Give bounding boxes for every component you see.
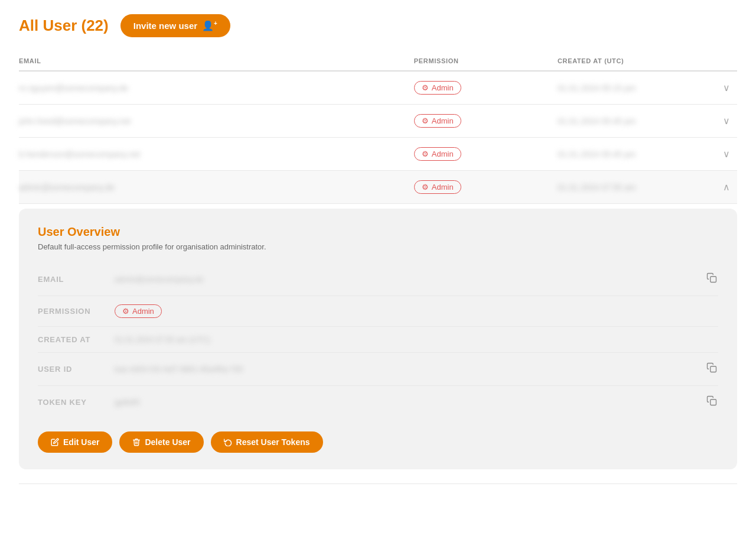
users-table: EMAIL PERMISSION CREATED AT (UTC) m.nguy… bbox=[19, 51, 737, 484]
user-email: john.heed@somecompany.net bbox=[19, 105, 414, 138]
admin-gear-icon: ⚙ bbox=[422, 183, 429, 192]
detail-user-id-value: bae-4d54-f19-4af7-9861-46a4f6a-765 bbox=[115, 353, 695, 386]
svg-rect-2 bbox=[711, 400, 716, 405]
detail-user-id-copy[interactable] bbox=[695, 353, 718, 386]
copy-icon bbox=[706, 272, 717, 283]
user-overview-description: Default full-access permission profile f… bbox=[38, 242, 718, 251]
col-header-email: EMAIL bbox=[19, 51, 414, 71]
user-permission: ⚙ Admin bbox=[414, 171, 558, 204]
admin-label: Admin bbox=[432, 183, 454, 192]
edit-icon bbox=[51, 438, 59, 446]
blurred-email: b.henderson@somecompany.net bbox=[19, 150, 140, 159]
blurred-detail-email: admin@somecompany.de bbox=[115, 275, 203, 284]
admin-gear-icon: ⚙ bbox=[422, 83, 429, 92]
blurred-email: m.nguyen@somecompany.de bbox=[19, 83, 128, 93]
admin-badge-detail: ⚙ Admin bbox=[115, 304, 162, 318]
row-expand-button[interactable]: ∨ bbox=[716, 105, 737, 138]
col-header-created-at: CREATED AT (UTC) bbox=[558, 51, 716, 71]
user-overview-panel: User Overview Default full-access permis… bbox=[19, 209, 737, 469]
detail-created-at-value: 01.01.2024 07:55 am (UTC) bbox=[115, 327, 695, 353]
table-header: EMAIL PERMISSION CREATED AT (UTC) bbox=[19, 51, 737, 71]
row-expand-button[interactable]: ∨ bbox=[716, 71, 737, 105]
user-permission: ⚙ Admin bbox=[414, 138, 558, 171]
admin-badge: ⚙ Admin bbox=[414, 81, 461, 95]
blurred-created-at: 01.01.2024 07:55 am (UTC) bbox=[115, 335, 210, 344]
col-header-permission: PERMISSION bbox=[414, 51, 558, 71]
copy-icon bbox=[706, 362, 717, 373]
reset-tokens-label: Reset User Tokens bbox=[236, 437, 310, 447]
blurred-date: 01.01.2024 05:45 pm bbox=[558, 116, 636, 126]
delete-icon bbox=[132, 438, 141, 446]
detail-permission-row: PERMISSION ⚙ Admin bbox=[38, 296, 718, 327]
row-collapse-button[interactable]: ∧ bbox=[716, 171, 737, 204]
invite-new-user-button[interactable]: Invite new user 👤+ bbox=[120, 14, 230, 37]
user-created-at: 01.01.2024 05:45 pm bbox=[558, 105, 716, 138]
user-email: m.nguyen@somecompany.de bbox=[19, 71, 414, 105]
blurred-date: 01.01.2024 05:45 pm bbox=[558, 150, 636, 159]
detail-token-key-label: TOKEN KEY bbox=[38, 386, 115, 419]
delete-user-button[interactable]: Delete User bbox=[119, 431, 203, 453]
chevron-up-icon: ∧ bbox=[723, 182, 730, 192]
invite-label: Invite new user bbox=[133, 21, 197, 31]
table-row[interactable]: b.henderson@somecompany.net ⚙ Admin 01.0… bbox=[19, 138, 737, 171]
table-row[interactable]: admin@somecompany.de ⚙ Admin 01.01.2024 … bbox=[19, 171, 737, 204]
detail-email-value: admin@somecompany.de bbox=[115, 263, 695, 296]
table-body: m.nguyen@somecompany.de ⚙ Admin 01.01.20… bbox=[19, 71, 737, 484]
expanded-panel-row: User Overview Default full-access permis… bbox=[19, 204, 737, 484]
user-email: admin@somecompany.de bbox=[19, 171, 414, 204]
blurred-user-id: bae-4d54-f19-4af7-9861-46a4f6a-765 bbox=[115, 365, 243, 374]
copy-email-button[interactable] bbox=[705, 271, 718, 287]
user-overview-title: User Overview bbox=[38, 225, 718, 239]
row-expand-button[interactable]: ∨ bbox=[716, 138, 737, 171]
delete-user-label: Delete User bbox=[145, 437, 190, 447]
user-created-at: 01.01.2024 05:45 pm bbox=[558, 138, 716, 171]
admin-gear-icon-detail: ⚙ bbox=[122, 307, 129, 316]
admin-label: Admin bbox=[432, 83, 454, 92]
blurred-email: admin@somecompany.de bbox=[19, 183, 115, 192]
detail-user-id-row: USER ID bae-4d54-f19-4af7-9861-46a4f6a-7… bbox=[38, 353, 718, 386]
user-permission: ⚙ Admin bbox=[414, 71, 558, 105]
page-title: All User (22) bbox=[19, 17, 109, 35]
admin-badge: ⚙ Admin bbox=[414, 180, 461, 194]
chevron-down-icon: ∨ bbox=[723, 83, 730, 93]
user-created-at: 01.01.2024 05:15 pm bbox=[558, 71, 716, 105]
svg-rect-0 bbox=[711, 277, 716, 283]
action-buttons: Edit User Delete User bbox=[38, 431, 718, 453]
user-detail-table: EMAIL admin@somecompany.de bbox=[38, 263, 718, 418]
table-row[interactable]: m.nguyen@somecompany.de ⚙ Admin 01.01.20… bbox=[19, 71, 737, 105]
detail-user-id-label: USER ID bbox=[38, 353, 115, 386]
detail-email-copy[interactable] bbox=[695, 263, 718, 296]
detail-token-key-copy[interactable] bbox=[695, 386, 718, 419]
user-created-at: 01.01.2024 07:55 am bbox=[558, 171, 716, 204]
admin-gear-icon: ⚙ bbox=[422, 150, 429, 158]
reset-icon bbox=[224, 438, 232, 446]
blurred-date: 01.01.2024 07:55 am bbox=[558, 183, 636, 192]
col-header-expand bbox=[716, 51, 737, 71]
admin-gear-icon: ⚙ bbox=[422, 116, 429, 125]
admin-badge: ⚙ Admin bbox=[414, 114, 461, 128]
detail-permission-label: PERMISSION bbox=[38, 296, 115, 327]
table-row[interactable]: john.heed@somecompany.net ⚙ Admin 01.01.… bbox=[19, 105, 737, 138]
detail-created-at-label: CREATED AT bbox=[38, 327, 115, 353]
edit-user-label: Edit User bbox=[63, 437, 99, 447]
reset-tokens-button[interactable]: Reset User Tokens bbox=[211, 431, 323, 453]
invite-user-icon: 👤+ bbox=[202, 20, 217, 31]
edit-user-button[interactable]: Edit User bbox=[38, 431, 112, 453]
chevron-down-icon: ∨ bbox=[723, 149, 730, 159]
admin-badge: ⚙ Admin bbox=[414, 147, 461, 161]
detail-token-key-value: gpl6df5 bbox=[115, 386, 695, 419]
user-permission: ⚙ Admin bbox=[414, 105, 558, 138]
copy-token-key-button[interactable] bbox=[705, 394, 718, 410]
blurred-date: 01.01.2024 05:15 pm bbox=[558, 83, 636, 93]
admin-label: Admin bbox=[432, 116, 454, 125]
detail-created-at-row: CREATED AT 01.01.2024 07:55 am (UTC) bbox=[38, 327, 718, 353]
detail-permission-value: ⚙ Admin bbox=[115, 296, 695, 327]
detail-email-label: EMAIL bbox=[38, 263, 115, 296]
detail-email-row: EMAIL admin@somecompany.de bbox=[38, 263, 718, 296]
admin-label-detail: Admin bbox=[132, 307, 154, 316]
detail-token-key-row: TOKEN KEY gpl6df5 bbox=[38, 386, 718, 419]
chevron-down-icon: ∨ bbox=[723, 116, 730, 126]
blurred-email: john.heed@somecompany.net bbox=[19, 116, 131, 126]
copy-user-id-button[interactable] bbox=[705, 361, 718, 377]
admin-label: Admin bbox=[432, 150, 454, 158]
